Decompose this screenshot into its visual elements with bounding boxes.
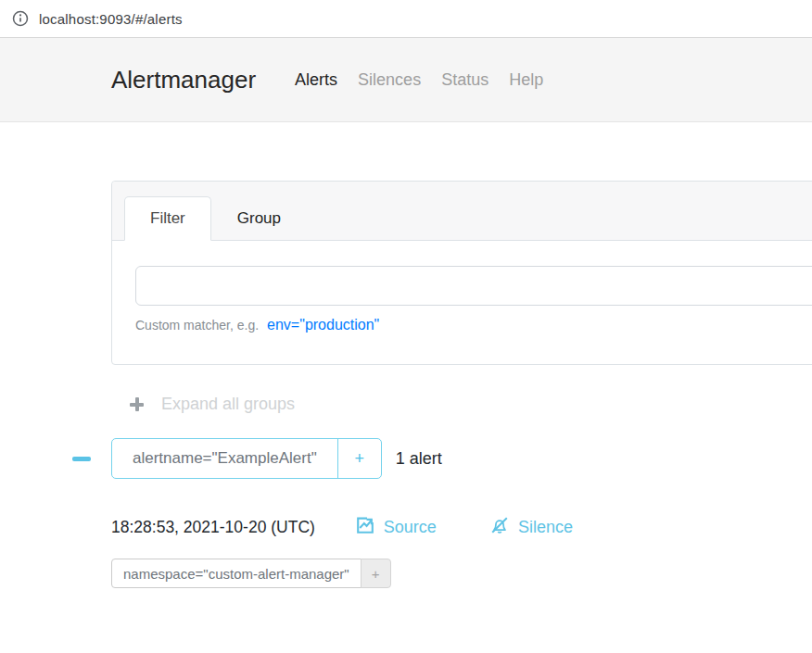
alert-detail-row: 18:28:53, 2021-10-20 (UTC) Source Silenc… (111, 515, 812, 539)
main-nav: Alerts Silences Status Help (285, 70, 553, 90)
group-matcher-label[interactable]: alertname="ExampleAlert" (112, 439, 337, 478)
tab-filter[interactable]: Filter (124, 196, 211, 241)
source-link-label: Source (384, 518, 437, 537)
nav-item-alerts[interactable]: Alerts (285, 70, 348, 90)
alert-label-text: namespace="custom-alert-manager" (111, 559, 362, 588)
nav-item-status[interactable]: Status (431, 70, 499, 90)
plus-icon (130, 397, 144, 411)
bell-slash-icon (489, 515, 510, 539)
filter-card-header: Filter Group (112, 182, 812, 241)
alert-count-label: 1 alert (396, 449, 442, 469)
brand-title[interactable]: Alertmanager (111, 66, 256, 94)
nav-item-help[interactable]: Help (499, 70, 553, 90)
collapse-group-icon[interactable] (72, 457, 91, 461)
chart-line-icon (355, 515, 375, 539)
filter-card-body: Custom matcher, e.g. env="production" (112, 241, 812, 364)
alert-timestamp: 18:28:53, 2021-10-20 (UTC) (111, 518, 315, 537)
url-text[interactable]: localhost:9093/#/alerts (39, 11, 183, 27)
silence-button-label: Silence (518, 518, 573, 537)
browser-url-bar: localhost:9093/#/alerts (0, 0, 812, 38)
nav-item-silences[interactable]: Silences (348, 70, 431, 90)
group-matcher-button[interactable]: alertname="ExampleAlert" + (111, 438, 382, 479)
filter-card: Filter Group Custom matcher, e.g. env="p… (111, 181, 812, 365)
expand-all-groups-button[interactable]: Expand all groups (130, 395, 812, 414)
tab-group[interactable]: Group (211, 196, 307, 241)
matcher-filter-input[interactable] (135, 266, 812, 306)
expand-all-groups-label: Expand all groups (161, 395, 295, 414)
hint-text: Custom matcher, e.g. (135, 318, 259, 333)
alert-group-row: alertname="ExampleAlert" + 1 alert (0, 438, 812, 479)
alert-label-chip: namespace="custom-alert-manager" + (111, 559, 391, 588)
matcher-hint: Custom matcher, e.g. env="production" (135, 317, 812, 333)
app-navbar: Alertmanager Alerts Silences Status Help (0, 38, 812, 122)
source-link[interactable]: Source (355, 515, 437, 539)
group-add-filter-button[interactable]: + (337, 439, 381, 478)
silence-button[interactable]: Silence (489, 515, 573, 539)
hint-example-link[interactable]: env="production" (267, 317, 379, 333)
info-circle-icon[interactable] (12, 10, 29, 27)
filter-tabs: Filter Group (124, 196, 812, 241)
label-add-filter-button[interactable]: + (361, 559, 391, 588)
